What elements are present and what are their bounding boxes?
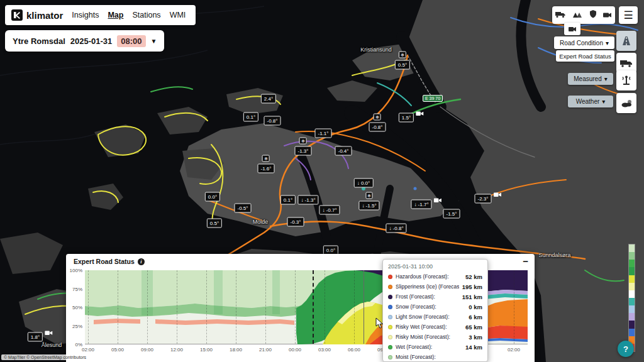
tooltip-value: 0 km xyxy=(469,304,482,310)
shield-icon[interactable] xyxy=(589,9,597,21)
measured-button[interactable]: Measured▾ xyxy=(568,73,613,85)
hamburger-menu-button[interactable]: ☰ xyxy=(619,6,638,24)
hover-line xyxy=(364,270,364,344)
collapse-panel-button[interactable]: − xyxy=(523,258,528,265)
y-axis-tick: 100% xyxy=(66,268,82,273)
temp-marker[interactable]: ↓ -1.3° xyxy=(297,195,318,205)
x-axis-tick: 06:00 xyxy=(348,347,360,353)
weather-label: Weather xyxy=(576,98,600,105)
info-icon[interactable]: i xyxy=(138,258,145,265)
nav-wmi[interactable]: WMI xyxy=(170,11,186,19)
temp-marker[interactable]: -0.8° xyxy=(264,116,281,126)
selected-time-badge[interactable]: 08:00 xyxy=(117,35,145,47)
temp-marker[interactable]: -0.4° xyxy=(335,146,352,156)
temp-marker[interactable]: ❄-1.6° xyxy=(258,164,275,173)
nav-insights[interactable]: Insights xyxy=(72,11,99,19)
expert-road-status-button[interactable]: Expert Road Status xyxy=(556,50,614,62)
measured-layer-toggle[interactable] xyxy=(616,70,636,90)
temp-marker[interactable]: ❄0.5° xyxy=(395,60,410,70)
region-time-selector[interactable]: Ytre Romsdal 2025-01-31 08:00 ▼ xyxy=(5,30,164,52)
place-label: Sunndalsøra xyxy=(538,252,570,258)
legend-color-block xyxy=(629,329,635,336)
temp-value: ↓ -1.5° xyxy=(358,201,379,211)
x-axis-tick: 05:00 xyxy=(111,347,124,353)
grid-line xyxy=(514,270,514,344)
map-attribution[interactable]: © MapTiler © OpenStreetMap contributors xyxy=(1,354,89,360)
nav-stations[interactable]: Stations xyxy=(132,11,160,19)
temp-marker[interactable]: 0.5° xyxy=(207,219,222,228)
temp-marker[interactable]: -0.3° xyxy=(287,217,304,227)
temp-marker[interactable]: 1.5° xyxy=(399,113,414,123)
tooltip-label: Risky Wet (Forecast): xyxy=(396,324,447,330)
brand-name: klimator xyxy=(26,10,63,21)
temp-marker[interactable]: 1.8° xyxy=(28,332,43,342)
temp-marker[interactable]: -0.5° xyxy=(235,204,252,213)
temp-marker[interactable]: 0.0° xyxy=(205,192,220,202)
help-button[interactable]: ? xyxy=(618,341,634,357)
temp-value: -2.3° xyxy=(475,194,492,204)
x-axis-tick: 03:00 xyxy=(318,347,331,353)
temp-marker[interactable]: -2.3° xyxy=(475,194,492,204)
road-icon xyxy=(621,35,632,47)
grid-line xyxy=(236,270,236,344)
legend-color-block xyxy=(629,321,635,328)
temp-value: ↓ -0.7° xyxy=(319,206,340,215)
temp-marker[interactable]: -1.1° xyxy=(315,129,332,138)
status-color-dot xyxy=(388,335,392,339)
road-condition-layer-toggle[interactable] xyxy=(616,31,636,51)
klimator-logo-icon xyxy=(11,9,23,21)
road-camera-button[interactable] xyxy=(564,23,580,35)
temp-value: -0.5° xyxy=(235,204,252,213)
snowflake-icon: ❄ xyxy=(262,155,270,162)
hamburger-icon: ☰ xyxy=(623,9,633,22)
weather-layer-toggle[interactable] xyxy=(616,93,636,113)
grid-line xyxy=(118,270,118,344)
temp-value: ↓ -0.8° xyxy=(386,224,406,233)
camera-icon[interactable] xyxy=(603,9,612,21)
temp-marker[interactable]: ❄-1.3° xyxy=(295,146,312,156)
temp-marker[interactable]: ↓ 0.0° xyxy=(354,178,374,188)
road-number-badge: E 39 70 xyxy=(423,95,443,102)
temp-value: -1.6° xyxy=(258,164,275,173)
road-condition-button[interactable]: Road Condition▾ xyxy=(554,36,614,49)
brand[interactable]: klimator xyxy=(11,9,63,21)
nav-map[interactable]: Map xyxy=(108,11,123,19)
legend-color-block xyxy=(629,252,635,260)
temp-marker[interactable]: ↓ -1.7° xyxy=(411,200,431,209)
temp-marker[interactable]: 0.1° xyxy=(243,112,258,122)
cloud-sun-icon xyxy=(621,99,633,107)
legend-color-block xyxy=(629,283,635,290)
chevron-down-icon[interactable]: ▼ xyxy=(151,38,157,45)
tooltip-label: Slipperiness (Ice) (Forecast): xyxy=(396,283,459,290)
tooltip-label: Wet (Forecast): xyxy=(396,344,432,350)
temp-value: ↓ -1.7° xyxy=(411,200,431,209)
region-name: Ytre Romsdal xyxy=(13,36,65,46)
legend-color-block xyxy=(629,267,635,275)
temp-value: 0.0° xyxy=(205,192,220,202)
status-color-dot xyxy=(388,325,392,329)
weather-button[interactable]: Weather▾ xyxy=(568,96,613,107)
temp-marker[interactable]: ❄-0.8° xyxy=(369,123,386,132)
x-axis-tick: 00:00 xyxy=(289,347,301,353)
tooltip-label: Moist (Forecast): xyxy=(396,354,436,360)
temp-marker[interactable]: 0.1° xyxy=(280,195,296,205)
snowflake-icon: ❄ xyxy=(299,138,307,145)
y-axis-tick: 25% xyxy=(66,324,82,329)
tooltip-value: 151 km xyxy=(462,293,482,300)
temp-marker[interactable]: ↓ -0.7° xyxy=(319,206,340,215)
tooltip-value: 3 km xyxy=(469,334,482,341)
alerts-icon[interactable] xyxy=(572,9,582,21)
plow-truck-icon[interactable] xyxy=(555,9,566,21)
temp-marker[interactable]: ↓ -0.8° xyxy=(386,224,406,233)
temp-value: -0.8° xyxy=(264,116,281,126)
temp-marker[interactable]: -1.5° xyxy=(443,209,460,219)
temp-value: -0.8° xyxy=(369,123,386,132)
temp-marker[interactable]: ❄↓ -1.5° xyxy=(358,201,379,211)
status-color-dot xyxy=(388,295,392,299)
y-axis-tick: 75% xyxy=(66,287,82,292)
temp-value: 0.5° xyxy=(207,219,222,228)
camera-icon xyxy=(416,108,424,119)
temp-marker[interactable]: 2.4° xyxy=(261,94,276,104)
status-color-dot xyxy=(388,275,392,279)
sensor-icon xyxy=(621,75,632,86)
